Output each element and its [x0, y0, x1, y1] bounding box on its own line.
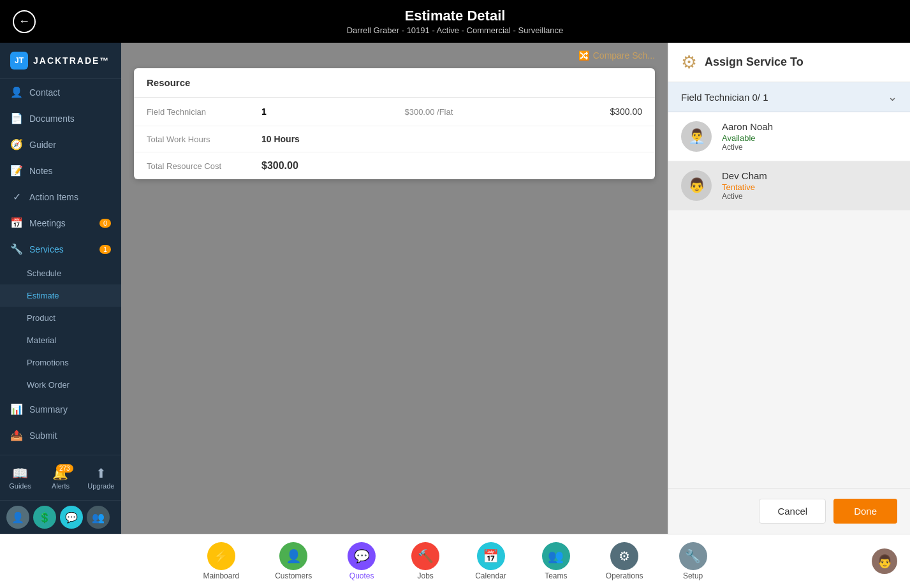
bottom-bar-jobs[interactable]: 🔨 Jobs: [393, 538, 457, 584]
action-items-icon: ✓: [10, 191, 23, 203]
aaron-status: Available: [722, 133, 897, 143]
bottom-bar-calendar[interactable]: 📅 Calendar: [457, 538, 524, 584]
bottom-bar-mainboard[interactable]: ⚡ Mainboard: [185, 538, 257, 584]
quotes-icon: 💬: [354, 548, 370, 564]
dev-info: Dev Cham Tentative Active: [722, 170, 897, 201]
sidebar-logo: JT JACKTRADE™: [0, 43, 121, 79]
guides-icon: 📖: [12, 466, 28, 481]
sidebar-label-summary: Summary: [29, 404, 68, 415]
user-profile-avatar[interactable]: 👨: [872, 548, 897, 574]
submit-icon: 📤: [10, 429, 23, 441]
total-cost-value: $300.00: [261, 160, 298, 172]
technician-item-aaron[interactable]: 👨‍💼 Aaron Noah Available Active: [668, 112, 910, 161]
sidebar-scroll: 👤 Contact 📄 Documents 🧭 Guider 📝 Notes ✓…: [0, 79, 121, 455]
sidebar-sub: Schedule Estimate Product Material Promo…: [0, 262, 121, 396]
sidebar-label-contact: Contact: [29, 87, 60, 98]
sidebar-sub-work-order[interactable]: Work Order: [0, 374, 121, 396]
dev-avatar-icon: 👨: [688, 177, 705, 194]
sidebar-label-guider: Guider: [29, 140, 56, 150]
sidebar-sub-product[interactable]: Product: [0, 307, 121, 329]
field-tech-label: Field Technician: [147, 107, 261, 117]
bottom-bar-teams[interactable]: 👥 Teams: [524, 538, 588, 584]
sidebar-item-documents[interactable]: 📄 Documents: [0, 105, 121, 131]
dev-status: Tentative: [722, 182, 897, 192]
cancel-button[interactable]: Cancel: [759, 499, 826, 524]
user-avatar-icon: 👨: [877, 554, 893, 569]
sidebar-sub-promotions[interactable]: Promotions: [0, 351, 121, 374]
bottom-bar: ⚡ Mainboard 👤 Customers 💬 Quotes 🔨 Jobs …: [0, 534, 910, 588]
services-icon: 🔧: [10, 243, 23, 255]
sidebar-label-action-items: Action Items: [29, 192, 78, 202]
sidebar-nav-alerts[interactable]: 🔔 273 Alerts: [40, 462, 80, 494]
summary-icon: 📊: [10, 403, 23, 415]
sidebar-item-contact[interactable]: 👤 Contact: [0, 79, 121, 105]
alerts-badge: 273: [56, 464, 73, 473]
jobs-label: Jobs: [417, 571, 433, 580]
guider-icon: 🧭: [10, 138, 23, 151]
calendar-label: Calendar: [475, 571, 506, 580]
teams-icon: 👥: [548, 548, 564, 564]
sidebar-sub-material[interactable]: Material: [0, 329, 121, 351]
sidebar-label-notes: Notes: [29, 166, 53, 176]
total-hours-label: Total Work Hours: [147, 135, 261, 144]
resource-section-title: Resource: [134, 68, 655, 98]
content-area: 🔀 Compare Sch... Resource Field Technici…: [121, 43, 668, 534]
setup-label: Setup: [683, 571, 703, 580]
right-panel: ⚙ Assign Service To Field Technician 0/ …: [668, 43, 910, 534]
dropdown-arrow-icon: ⌄: [888, 90, 897, 104]
jobs-icon: 🔨: [418, 548, 434, 564]
compare-schedules-button[interactable]: 🔀 Compare Sch...: [578, 50, 655, 61]
assign-gear-icon: ⚙: [681, 52, 697, 73]
bottom-bar-quotes[interactable]: 💬 Quotes: [330, 538, 393, 584]
sidebar-nav-guides[interactable]: 📖 Guides: [0, 462, 40, 494]
chat-icon: 💬: [65, 511, 78, 524]
bottom-bar-operations[interactable]: ⚙ Operations: [588, 538, 661, 584]
operations-icon: ⚙: [619, 548, 630, 564]
top-header: ← Estimate Detail Darrell Graber - 10191…: [0, 0, 910, 43]
sidebar-item-services[interactable]: 🔧 Services 1: [0, 236, 121, 262]
upgrade-icon: ⬆: [96, 466, 106, 481]
sidebar-item-submit[interactable]: 📤 Submit: [0, 422, 121, 448]
notes-icon: 📝: [10, 165, 23, 177]
dev-active: Active: [722, 192, 897, 201]
avatar-user[interactable]: 👤: [6, 506, 29, 529]
calendar-icon: 📅: [483, 548, 499, 564]
customers-icon: 👤: [286, 548, 302, 564]
user-icon: 👤: [11, 511, 24, 524]
bottom-bar-items: ⚡ Mainboard 👤 Customers 💬 Quotes 🔨 Jobs …: [185, 538, 724, 584]
teams-icon-wrap: 👥: [542, 542, 570, 570]
bottom-bar-setup[interactable]: 🔧 Setup: [661, 538, 725, 584]
total-hours-value: 10 Hours: [261, 134, 300, 144]
compare-bar: 🔀 Compare Sch...: [121, 43, 668, 68]
field-technician-dropdown[interactable]: Field Technician 0/ 1 ⌄: [668, 82, 910, 112]
main-layout: JT JACKTRADE™ 👤 Contact 📄 Documents 🧭 Gu…: [0, 43, 910, 534]
avatar-dollar[interactable]: 💲: [33, 506, 56, 529]
sidebar-sub-estimate[interactable]: Estimate: [0, 284, 121, 307]
sidebar-item-summary[interactable]: 📊 Summary: [0, 396, 121, 422]
sidebar-avatars: 👤 💲 💬 👥: [0, 500, 121, 534]
mainboard-icon-wrap: ⚡: [207, 542, 235, 570]
bottom-bar-customers[interactable]: 👤 Customers: [257, 538, 330, 584]
sidebar-item-action-items[interactable]: ✓ Action Items: [0, 184, 121, 210]
avatar-people[interactable]: 👥: [87, 506, 110, 529]
done-button[interactable]: Done: [833, 499, 897, 524]
sidebar-item-meetings[interactable]: 📅 Meetings 0: [0, 210, 121, 236]
avatar-chat[interactable]: 💬: [60, 506, 83, 529]
technician-item-dev[interactable]: 👨 Dev Cham Tentative Active: [668, 161, 910, 210]
sidebar-item-guider[interactable]: 🧭 Guider: [0, 131, 121, 158]
upgrade-label: Upgrade: [87, 482, 114, 490]
quotes-icon-wrap: 💬: [348, 542, 376, 570]
sidebar-sub-schedule[interactable]: Schedule: [0, 262, 121, 284]
quotes-label: Quotes: [349, 571, 374, 580]
sidebar-item-payment[interactable]: 💳 Payment: [0, 448, 121, 455]
sidebar-nav-upgrade[interactable]: ⬆ Upgrade: [81, 462, 121, 494]
sidebar-label-submit: Submit: [29, 430, 57, 441]
mainboard-label: Mainboard: [203, 571, 239, 580]
documents-icon: 📄: [10, 112, 23, 124]
setup-icon-wrap: 🔧: [679, 542, 707, 570]
panel-footer: Cancel Done: [668, 488, 910, 534]
sidebar-item-notes[interactable]: 📝 Notes: [0, 158, 121, 184]
back-button[interactable]: ←: [13, 10, 36, 33]
mainboard-icon: ⚡: [213, 548, 229, 564]
meetings-badge: 0: [99, 219, 111, 228]
